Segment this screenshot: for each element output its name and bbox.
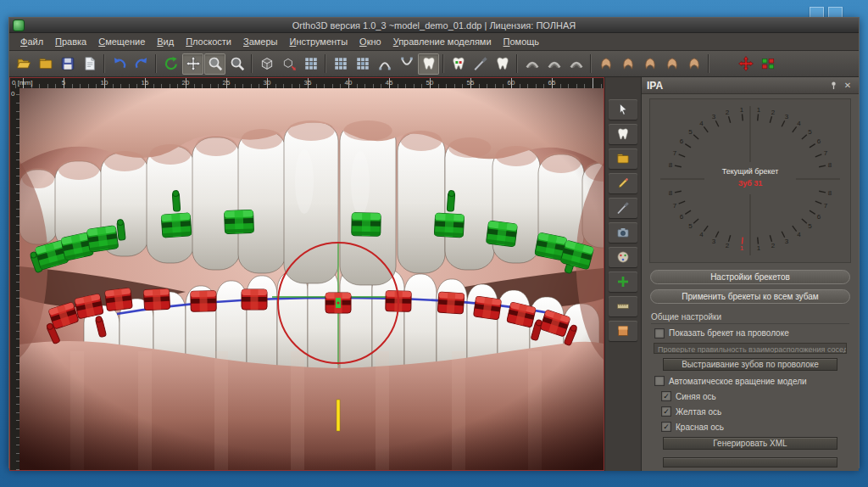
tooth-number[interactable]: 4 [699,120,704,127]
tooth-view-button[interactable] [418,53,439,75]
open-project-button[interactable] [35,53,56,75]
checkbox-show-bracket-on-wire[interactable]: Показать брекет на проволоке [654,328,846,339]
tooth-number[interactable]: 8 [828,189,832,197]
tooth-number[interactable]: 3 [785,113,789,120]
tooth-chart[interactable]: 12345678123456781234567812345678Текущий … [649,98,851,263]
tooth-number[interactable]: 3 [712,113,716,120]
lower-arch-button[interactable] [396,53,417,75]
menu-4[interactable]: Вид [151,35,180,48]
zoom-window-button[interactable] [226,53,248,75]
tooth-number[interactable]: 6 [680,137,684,145]
checkbox-auto-rotate-model[interactable]: Автоматическое вращение модели [654,376,846,386]
probe-tool-side-button[interactable] [609,198,637,218]
tooth-number[interactable]: 8 [669,189,673,197]
jaw-view-3-button[interactable] [565,53,587,75]
generate-xml-button[interactable]: Генерировать XML [663,437,837,450]
menu-5[interactable]: Плоскости [180,35,237,48]
snapshot-tool-button[interactable] [609,222,637,243]
view-cube-button[interactable] [256,53,277,75]
segments-view-button[interactable] [352,53,373,75]
grid-button[interactable] [300,53,321,75]
tooth-number[interactable]: 6 [680,213,684,221]
move-model-button[interactable] [278,53,299,75]
tooth-number[interactable]: 2 [771,109,776,116]
checkbox-box[interactable]: ✓ [661,391,671,401]
tooth-number[interactable]: 5 [688,222,693,230]
occlusal-view-5-button[interactable] [683,53,704,75]
save-model-button[interactable] [57,53,78,75]
checkbox-box[interactable]: ✓ [661,406,671,417]
open-tool-button[interactable] [609,148,637,169]
tooth-number[interactable]: 7 [824,149,828,157]
tooth-number[interactable]: 2 [771,242,776,249]
checkbox-red-axis[interactable]: ✓Красная ось [661,422,846,432]
move-bracket-button[interactable] [735,53,756,75]
bracket-colors-button[interactable] [757,53,778,75]
tooth-number[interactable]: 3 [785,238,789,245]
material-tool-button[interactable] [609,321,637,341]
tooth-number[interactable]: 1 [740,244,744,252]
checkbox-box[interactable] [654,376,665,386]
tooth-white-button[interactable] [492,53,513,75]
menu-8[interactable]: Окно [353,35,387,48]
undo-button[interactable] [108,53,130,75]
select-tool-button[interactable] [609,99,637,120]
tooth-number[interactable]: 5 [688,128,693,136]
upper-arch-button[interactable] [374,53,395,75]
checkbox-box[interactable]: ✓ [661,422,671,432]
tooth-number[interactable]: 7 [824,202,828,210]
jaw-view-2-button[interactable] [543,53,565,75]
tooth-properties-button[interactable] [448,53,469,75]
tooth-number[interactable]: 4 [797,120,801,127]
panel-button-partial[interactable] [663,457,837,467]
tooth-number[interactable]: 7 [673,149,677,157]
tooth-number[interactable]: 4 [797,231,801,238]
menu-10[interactable]: Помощь [498,35,546,48]
jaw-view-1-button[interactable] [521,53,542,75]
points-view-button[interactable] [330,53,351,75]
checkbox-yellow-axis[interactable]: ✓Желтая ось [661,406,846,417]
occlusal-view-2-button[interactable] [617,53,638,75]
menu-9[interactable]: Управление моделями [387,35,498,48]
palette-tool-button[interactable] [609,247,637,267]
rotate-view-button[interactable] [160,53,181,75]
tooth-number[interactable]: 4 [699,231,704,238]
align-teeth-button[interactable]: Выстраивание зубов по проволоке [663,358,837,371]
bracket-settings-button[interactable]: Настройки брекетов [650,270,850,284]
tooth-number[interactable]: 5 [808,222,812,230]
edit-tool-button[interactable] [609,173,637,193]
3d-viewport[interactable]: 0 [mm] 5101520253035404550556065 0 [9,77,604,471]
redo-button[interactable] [131,53,152,75]
tooth-number[interactable]: 6 [817,213,821,221]
tooth-number[interactable]: 1 [740,106,744,114]
menu-3[interactable]: Смещение [92,35,151,48]
dental-model[interactable] [19,88,604,470]
tooth-number[interactable]: 8 [828,161,832,169]
titlebar[interactable]: Ortho3D версия 1.0_3 ~model_demo_01.ddp … [9,18,859,33]
menu-6[interactable]: Замеры [237,35,283,48]
tooth-number[interactable]: 2 [726,109,730,116]
occlusal-view-1-button[interactable] [595,53,616,75]
tooth-number[interactable]: 6 [817,137,821,145]
tooth-number[interactable]: 2 [726,242,730,249]
occlusal-view-4-button[interactable] [661,53,682,75]
3d-model-scene[interactable] [19,88,604,470]
add-tool-button[interactable] [609,271,637,292]
menu-1[interactable]: Файл [14,35,49,48]
pin-icon[interactable] [827,80,839,92]
probe-tool-button[interactable] [470,53,491,75]
pan-view-button[interactable] [182,53,203,75]
export-button[interactable] [79,53,100,75]
tooth-number[interactable]: 3 [712,238,716,245]
checkbox-box[interactable] [654,328,665,339]
measure-tool-button[interactable] [609,296,637,316]
tooth-number[interactable]: 5 [808,128,812,136]
checkbox-blue-axis[interactable]: ✓Синяя ось [661,391,846,401]
tooth-number[interactable]: 1 [757,106,761,114]
apply-brackets-all-button[interactable]: Применить брекеты ко всем зубам [650,289,850,304]
occlusal-view-3-button[interactable] [639,53,660,75]
zoom-view-button[interactable] [204,53,225,75]
tooth-tool-button[interactable] [609,124,637,144]
tooth-number[interactable]: 7 [673,202,677,210]
tooth-number[interactable]: 1 [757,244,761,252]
